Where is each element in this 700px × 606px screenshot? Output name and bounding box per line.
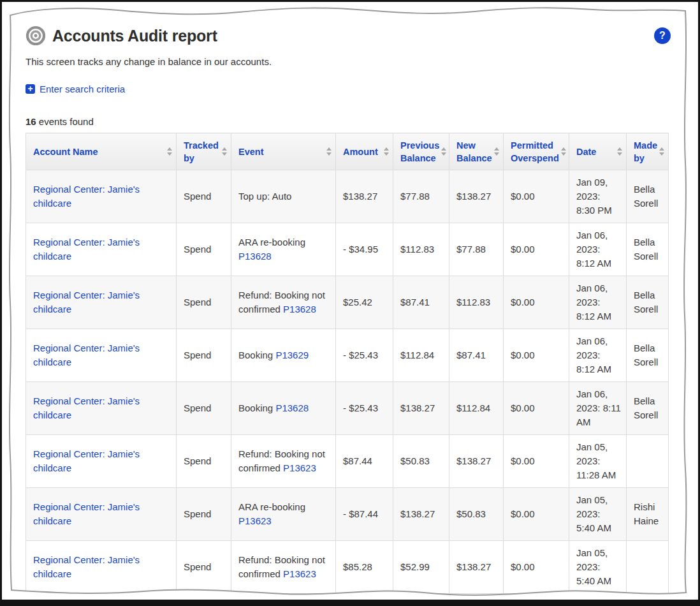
cell-made-by: Bella Sorell (627, 329, 669, 382)
event-booking-link[interactable]: P13623 (238, 515, 272, 526)
account-link[interactable]: Regional Center: Jamie's childcare (33, 501, 140, 526)
page-header: Accounts Audit report ? (26, 26, 671, 46)
event-booking-link[interactable]: P13628 (238, 251, 272, 262)
cell-made-by: Bella Sorell (627, 276, 669, 329)
results-label: events found (39, 116, 94, 127)
cell-tracked-by: Spend (177, 382, 231, 435)
sort-icon[interactable] (441, 147, 446, 156)
cell-new-balance: $138.27 (449, 541, 504, 594)
plus-icon: + (26, 84, 35, 94)
event-booking-link[interactable]: P13629 (275, 350, 309, 360)
cell-account-name: Regional Center: Jamie's childcare (26, 329, 177, 382)
column-header-tracked-by[interactable]: Tracked by (177, 133, 231, 170)
cell-date: Jan 05, 2023: 5:40 AM (569, 541, 627, 594)
cell-permitted-overspend: $0.00 (504, 541, 569, 594)
sort-icon[interactable] (167, 147, 172, 156)
column-header-date[interactable]: Date (569, 133, 627, 170)
column-header-permitted-overspend[interactable]: Permitted Overspend (504, 133, 569, 170)
table-header-row: Account NameTracked byEventAmountPreviou… (26, 133, 669, 170)
column-header-event[interactable]: Event (231, 133, 336, 170)
cell-new-balance: $50.83 (449, 488, 504, 541)
sort-icon[interactable] (222, 147, 227, 156)
cell-date: Jan 06, 2023: 8:11 AM (569, 382, 627, 435)
column-label-account-name: Account Name (33, 145, 165, 158)
account-link[interactable]: Regional Center: Jamie's childcare (33, 290, 140, 314)
sort-icon[interactable] (617, 147, 622, 156)
sort-icon[interactable] (659, 147, 664, 156)
event-booking-link[interactable]: P13623 (283, 568, 316, 579)
column-header-amount[interactable]: Amount (336, 133, 393, 170)
cell-event: Booking P13628 (231, 382, 336, 435)
cell-permitted-overspend: $0.00 (504, 223, 569, 276)
cell-account-name: Regional Center: Jamie's childcare (26, 541, 177, 594)
cell-previous-balance: $50.83 (393, 435, 449, 488)
cell-made-by: Bella Sorell (627, 223, 669, 276)
cell-previous-balance: $52.99 (393, 541, 449, 594)
event-booking-link[interactable]: P13623 (283, 462, 316, 473)
cell-made-by (627, 541, 669, 594)
event-booking-link[interactable]: P13628 (275, 403, 309, 413)
cell-event: ARA re-booking P13628 (231, 223, 336, 276)
column-label-event: Event (238, 145, 324, 158)
sort-icon[interactable] (494, 147, 499, 156)
table-row: Regional Center: Jamie's childcareSpendA… (26, 488, 669, 541)
cell-date: Jan 04, 2023: 10:26 PM (569, 594, 627, 606)
cell-new-balance: $87.41 (449, 329, 504, 382)
cell-new-balance: $138.27 (449, 435, 504, 488)
cell-made-by: Bella Sorell (627, 382, 669, 435)
account-link[interactable]: Regional Center: Jamie's childcare (33, 554, 140, 579)
cell-previous-balance: $112.84 (393, 329, 449, 382)
cell-event: Top up: Auto (231, 170, 336, 223)
cell-made-by: Bella Sorell (627, 170, 669, 223)
cell-new-balance: $112.83 (449, 276, 504, 329)
cell-amount: - $25.43 (336, 329, 393, 382)
cell-account-name: Regional Center: Jamie's childcare (26, 435, 177, 488)
cell-account-name: Regional Center: Jamie's childcare (26, 276, 177, 329)
cell-tracked-by: Spend (177, 594, 231, 606)
cell-amount: - $87.44 (336, 488, 393, 541)
cell-amount: - $34.95 (336, 223, 393, 276)
cell-date: Jan 06, 2023: 8:12 AM (569, 329, 627, 382)
account-link[interactable]: Regional Center: Jamie's childcare (33, 395, 140, 420)
cell-date: Jan 05, 2023: 11:28 AM (569, 435, 627, 488)
table-row: Regional Center: Jamie's childcareSpendT… (26, 170, 669, 223)
search-criteria-toggle[interactable]: + Enter search criteria (26, 84, 125, 94)
cell-previous-balance: $87.41 (393, 276, 449, 329)
account-link[interactable]: Regional Center: Jamie's childcare (33, 184, 140, 209)
sort-icon[interactable] (326, 147, 332, 156)
cell-new-balance: $52.99 (449, 594, 504, 606)
table-row: Regional Center: Jamie's childcareSpendB… (26, 382, 669, 435)
cell-permitted-overspend: $0.00 (504, 170, 569, 223)
event-text: ARA re-booking (238, 237, 305, 248)
page-title: Accounts Audit report (52, 26, 217, 45)
cell-account-name: Regional Center: Jamie's childcare (26, 594, 177, 606)
cell-date: Jan 06, 2023: 8:12 AM (569, 276, 627, 329)
column-header-new-balance[interactable]: New Balance (449, 133, 504, 170)
page-description: This screen tracks any change in balance… (26, 56, 671, 67)
account-link[interactable]: Regional Center: Jamie's childcare (33, 448, 140, 473)
cell-previous-balance: $138.27 (393, 488, 449, 541)
cell-tracked-by: Spend (177, 329, 231, 382)
column-label-previous-balance: Previous Balance (400, 139, 439, 165)
cell-event: ARA re-booking P13623 (231, 488, 336, 541)
account-link[interactable]: Regional Center: Jamie's childcare (33, 343, 140, 367)
main-content: Accounts Audit report ? This screen trac… (0, 0, 700, 606)
cell-permitted-overspend: $0.00 (504, 488, 569, 541)
account-link[interactable]: Regional Center: Jamie's childcare (33, 237, 140, 262)
column-header-previous-balance[interactable]: Previous Balance (393, 133, 449, 170)
sort-icon[interactable] (561, 147, 566, 156)
table-head: Account NameTracked byEventAmountPreviou… (26, 133, 669, 170)
sort-icon[interactable] (384, 147, 389, 156)
cell-made-by: Rishi Haine (627, 594, 669, 606)
cell-permitted-overspend: $0.00 (504, 594, 569, 606)
column-header-account-name[interactable]: Account Name (26, 133, 177, 170)
column-header-made-by[interactable]: Made by (627, 133, 669, 170)
table-row: Regional Center: Jamie's childcareSpendA… (26, 223, 669, 276)
help-button[interactable]: ? (654, 27, 671, 44)
audit-table: Account NameTracked byEventAmountPreviou… (26, 133, 669, 606)
cell-permitted-overspend: $0.00 (504, 435, 569, 488)
cell-new-balance: $112.84 (449, 382, 504, 435)
cell-event: ARA re-booking P13623 (231, 594, 336, 606)
event-booking-link[interactable]: P13628 (283, 304, 316, 314)
column-label-new-balance: New Balance (456, 139, 492, 165)
